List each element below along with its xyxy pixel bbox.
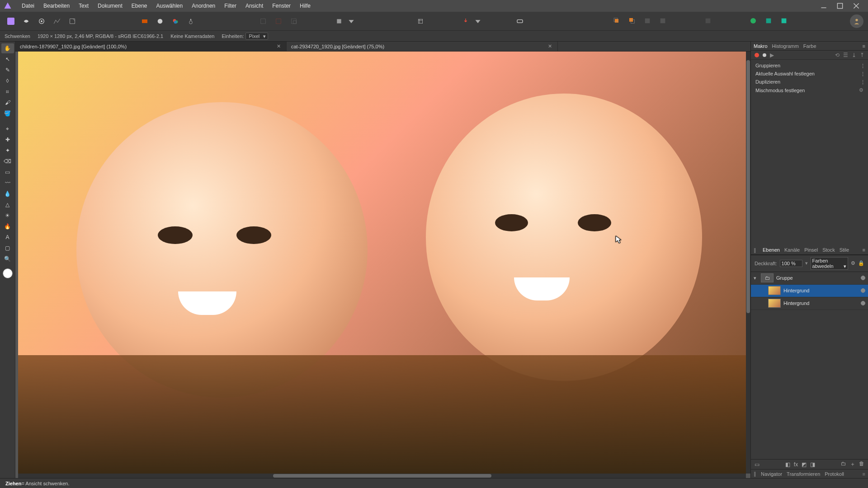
window-maximize-button[interactable]	[832, 0, 848, 12]
arrange-outside-icon[interactable]	[656, 14, 669, 27]
inpaint-tool[interactable]: ✦	[1, 145, 14, 155]
macro-play-button[interactable]: ▶	[770, 52, 774, 58]
eraser-tool[interactable]: ⌫	[1, 156, 14, 166]
bottom-panel-menu-icon[interactable]: ≡	[863, 471, 865, 477]
arrange-inside-icon[interactable]	[641, 14, 654, 27]
sharpen-tool[interactable]: △	[1, 200, 14, 210]
arrange-front-icon[interactable]	[626, 14, 638, 27]
menu-item-auswählen[interactable]: Auswählen	[151, 1, 187, 11]
layer-row[interactable]: Hintergrund	[751, 285, 868, 297]
snap-dropdown[interactable]	[475, 15, 481, 28]
add-layer-teal-icon[interactable]	[762, 14, 775, 27]
macro-action-gear-icon[interactable]: ¦	[862, 71, 863, 76]
tab-farbe[interactable]: Farbe	[803, 43, 816, 49]
shape-tool[interactable]: ▢	[1, 243, 14, 253]
tab-transformieren[interactable]: Transformieren	[787, 471, 820, 477]
panel-menu-icon[interactable]: ≡	[863, 43, 865, 49]
selection-sub-icon[interactable]	[288, 15, 300, 28]
layer-group-row[interactable]: ▾🗀Gruppe	[751, 272, 868, 285]
text-tool[interactable]: A	[1, 232, 14, 242]
document-tab[interactable]: children-1879907_1920.jpg [Geändert] (10…	[15, 42, 287, 51]
window-minimize-button[interactable]	[816, 0, 832, 12]
layers-tab-kanäle[interactable]: Kanäle	[784, 247, 800, 253]
layer-group-icon[interactable]: 🗀	[841, 460, 846, 468]
layers-panel-menu-icon[interactable]: ≡	[863, 247, 865, 253]
macro-list-icon[interactable]: ☰	[843, 52, 848, 58]
layer-mask-icon[interactable]: ▭	[755, 461, 760, 468]
add-layer-teal2-icon[interactable]	[778, 14, 790, 27]
units-dropdown[interactable]: Pixel▾	[245, 33, 268, 40]
close-tab-icon[interactable]: ✕	[547, 43, 553, 49]
crop-tool[interactable]: ⌗	[1, 87, 14, 97]
macro-export-icon[interactable]: ⤒	[860, 52, 864, 58]
autolevels-button[interactable]	[154, 15, 166, 28]
menu-item-dokument[interactable]: Dokument	[93, 1, 127, 11]
opacity-input[interactable]	[780, 260, 802, 267]
macro-action-row[interactable]: Mischmodus festlegen⚙	[751, 86, 868, 94]
layer-visibility-toggle[interactable]	[861, 288, 865, 293]
blur-tool[interactable]: 💧	[1, 189, 14, 199]
preview-button[interactable]	[514, 15, 526, 28]
layer-adjust-icon[interactable]: ◧	[785, 461, 790, 468]
node-tool[interactable]: ◊	[1, 76, 14, 86]
layer-add-icon[interactable]: ＋	[850, 460, 855, 468]
macro-action-row[interactable]: Aktuelle Auswahl festlegen¦	[751, 70, 868, 78]
menu-item-ebene[interactable]: Ebene	[127, 1, 152, 11]
menu-item-ansicht[interactable]: Ansicht	[241, 1, 268, 11]
dodge-tool[interactable]: ☀	[1, 211, 14, 221]
layer-live-icon[interactable]: ◨	[810, 461, 815, 468]
menu-item-anordnen[interactable]: Anordnen	[187, 1, 220, 11]
burn-tool[interactable]: 🔥	[1, 221, 14, 231]
layer-visibility-toggle[interactable]	[861, 276, 865, 280]
menu-item-bearbeiten[interactable]: Bearbeiten	[39, 1, 74, 11]
layer-fx-icon[interactable]: fx	[794, 461, 798, 468]
clone-tool[interactable]: ⌖	[1, 124, 14, 134]
add-layer-green-icon[interactable]	[747, 14, 760, 27]
menu-item-filter[interactable]: Filter	[220, 1, 241, 11]
snap-button[interactable]	[459, 15, 472, 28]
macro-record-button[interactable]	[755, 53, 759, 57]
layers-tab-ebenen[interactable]: Ebenen	[763, 247, 780, 253]
vertical-scrollbar[interactable]	[746, 52, 750, 474]
persona-develop-icon[interactable]	[35, 15, 48, 28]
layer-mask2-icon[interactable]: ◩	[802, 461, 807, 468]
macro-action-row[interactable]: Gruppieren¦	[751, 61, 868, 70]
pen-tool[interactable]: ✎	[1, 65, 14, 75]
canvas-viewport[interactable]	[15, 52, 750, 478]
layers-tab-pinsel[interactable]: Pinsel	[804, 247, 818, 253]
tab-histogramm[interactable]: Histogramm	[772, 43, 799, 49]
selection-tool[interactable]: ▭	[1, 167, 14, 177]
account-avatar-button[interactable]	[850, 14, 863, 28]
quickmask-button[interactable]	[333, 15, 345, 28]
window-close-button[interactable]	[848, 0, 864, 12]
fill-tool[interactable]: 🪣	[1, 108, 14, 118]
selection-add-icon[interactable]	[272, 15, 285, 28]
layer-lock-icon[interactable]: 🔒	[858, 260, 864, 266]
document-tab[interactable]: cat-2934720_1920.jpg [Geändert] (75,0%)✕	[287, 42, 558, 51]
macro-action-gear-icon[interactable]: ¦	[862, 79, 863, 84]
layer-settings-icon[interactable]: ⚙	[851, 260, 855, 266]
macro-reset-icon[interactable]: ⟲	[835, 52, 840, 58]
persona-export-icon[interactable]	[66, 15, 79, 28]
canvas-image[interactable]	[18, 52, 746, 474]
persona-tone-icon[interactable]	[51, 15, 63, 28]
autocolor-button[interactable]	[138, 15, 151, 28]
smudge-tool[interactable]: 〰	[1, 178, 14, 188]
layers-tab-stock[interactable]: Stock	[822, 247, 835, 253]
tab-protokoll[interactable]: Protokoll	[825, 471, 844, 477]
arrange-back-icon[interactable]	[610, 14, 623, 27]
menu-item-text[interactable]: Text	[74, 1, 93, 11]
tab-navigator[interactable]: Navigator	[761, 471, 782, 477]
disclose-icon[interactable]: ▾	[754, 275, 758, 281]
zoom-tool[interactable]: 🔍	[1, 254, 14, 264]
crop-toggle-icon[interactable]	[414, 15, 427, 28]
menu-item-fenster[interactable]: Fenster	[268, 1, 295, 11]
quickmask-dropdown[interactable]	[348, 15, 354, 28]
hand-tool[interactable]: ✋	[1, 43, 14, 53]
macro-action-gear-icon[interactable]: ⚙	[859, 87, 863, 93]
layer-delete-icon[interactable]: 🗑	[859, 460, 864, 468]
macro-action-row[interactable]: Duplizieren¦	[751, 78, 868, 86]
layers-tab-stile[interactable]: Stile	[840, 247, 849, 253]
close-tab-icon[interactable]: ✕	[276, 43, 282, 49]
macro-action-gear-icon[interactable]: ¦	[862, 63, 863, 68]
